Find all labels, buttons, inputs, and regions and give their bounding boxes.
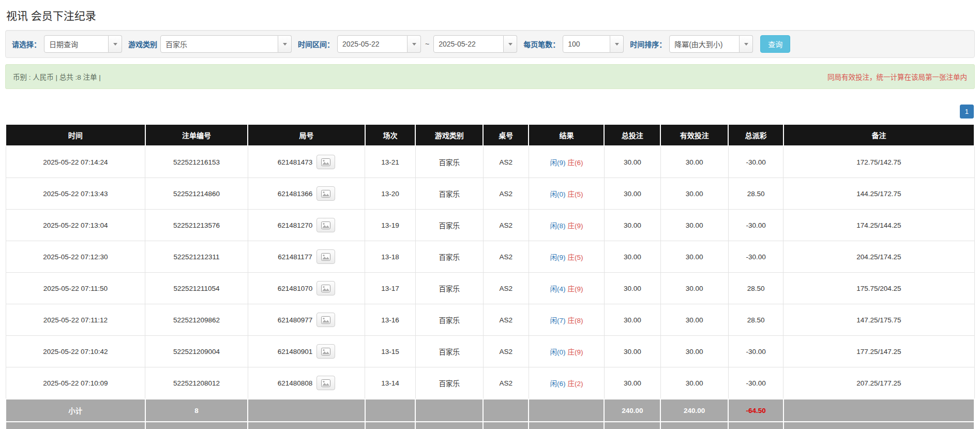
cell-bet-id: 522521209862	[145, 304, 248, 336]
cell-session: 13-14	[365, 367, 415, 400]
cell-session: 13-21	[365, 146, 415, 178]
summary-empty-cell	[248, 399, 365, 422]
column-header: 局号	[248, 124, 365, 146]
cell-valid-bet: 30.00	[660, 273, 728, 304]
round-image-button[interactable]	[316, 155, 335, 169]
date-from-dropdown-button[interactable]	[408, 35, 421, 53]
subtotal-row: 小计 8 240.00 240.00 -64.50	[6, 399, 974, 422]
summary-empty-cell	[529, 399, 604, 422]
pagination: 1	[6, 105, 974, 119]
cell-payout: -30.00	[728, 336, 783, 367]
round-image-button[interactable]	[316, 218, 335, 232]
cell-total-bet-link[interactable]: 30.00	[604, 146, 660, 178]
round-id: 621481177	[278, 253, 312, 261]
table-header-row: 时间注单编号局号场次游戏类别桌号结果总投注有效投注总派彩备注	[6, 124, 974, 146]
query-type-input[interactable]	[44, 35, 109, 53]
cell-total-bet-link[interactable]: 30.00	[604, 210, 660, 241]
grand-total-total-bet: 240.00	[604, 422, 660, 429]
column-header: 总投注	[604, 124, 660, 146]
query-type-label: 请选择：	[12, 39, 41, 49]
cell-time: 2025-05-22 07:11:12	[6, 304, 145, 336]
cell-total-bet-link[interactable]: 30.00	[604, 367, 660, 400]
table-row: 2025-05-22 07:10:09 522521208012 6214808…	[6, 367, 974, 400]
page-number-button[interactable]: 1	[960, 105, 974, 119]
cell-total-bet-link[interactable]: 30.00	[604, 304, 660, 336]
game-type-dropdown-button[interactable]	[278, 35, 292, 53]
round-image-button[interactable]	[316, 376, 335, 390]
cell-payout: -30.00	[728, 210, 783, 241]
cell-bet-id: 522521214860	[145, 178, 248, 210]
page: 视讯 会员下注纪录 请选择： 游戏类别 时间区间： ~ 每页笔数： 时间排序：	[0, 0, 980, 429]
cell-valid-bet: 30.00	[660, 304, 728, 336]
result-banker: 庄(9)	[567, 285, 583, 293]
column-header: 时间	[6, 124, 145, 146]
cell-table-no: AS2	[483, 336, 529, 367]
cell-game-type: 百家乐	[415, 178, 483, 210]
column-header: 场次	[365, 124, 415, 146]
date-to-dropdown-button[interactable]	[504, 35, 517, 53]
cell-total-bet-link[interactable]: 30.00	[604, 241, 660, 273]
grand-total-valid-bet: 240.00	[660, 422, 728, 429]
cell-session: 13-20	[365, 178, 415, 210]
cell-result: 闲(0)庄(5)	[529, 178, 604, 210]
summary-empty-cell	[529, 422, 604, 429]
table-row: 2025-05-22 07:13:04 522521213576 6214812…	[6, 210, 974, 241]
game-type-input[interactable]	[160, 35, 278, 53]
summary-empty-cell	[248, 422, 365, 429]
page-size-input[interactable]	[563, 35, 610, 53]
cell-note: 144.25/172.75	[783, 178, 974, 210]
round-image-button[interactable]	[316, 313, 335, 327]
cell-total-bet-link[interactable]: 30.00	[604, 178, 660, 210]
table-row: 2025-05-22 07:11:50 522521211054 6214810…	[6, 273, 974, 304]
cell-total-bet-link[interactable]: 30.00	[604, 336, 660, 367]
page-size-dropdown-button[interactable]	[610, 35, 624, 53]
result-player: 闲(9)	[550, 254, 565, 261]
cell-note: 174.25/144.25	[783, 210, 974, 241]
query-button[interactable]: 查询	[760, 35, 790, 53]
table-row: 2025-05-22 07:11:12 522521209862 6214809…	[6, 304, 974, 336]
cell-time: 2025-05-22 07:13:43	[6, 178, 145, 210]
cell-total-bet-link[interactable]: 30.00	[604, 273, 660, 304]
subtotal-payout: -64.50	[728, 399, 783, 422]
round-id: 621481473	[278, 158, 313, 166]
summary-empty-cell	[483, 399, 529, 422]
result-banker: 庄(2)	[567, 380, 583, 388]
game-type-combo	[160, 35, 292, 53]
cell-table-no: AS2	[483, 273, 529, 304]
time-sort-input[interactable]	[669, 35, 740, 53]
date-to-combo	[433, 35, 517, 53]
date-from-input[interactable]	[337, 35, 408, 53]
cell-table-no: AS2	[483, 367, 529, 400]
subtotal-total-bet: 240.00	[604, 399, 660, 422]
result-banker: 庄(6)	[567, 159, 583, 167]
cell-result: 闲(6)庄(2)	[529, 367, 604, 400]
result-banker: 庄(8)	[567, 317, 583, 324]
cell-session: 13-18	[365, 241, 415, 273]
result-player: 闲(6)	[550, 380, 565, 388]
time-sort-label: 时间排序：	[630, 39, 666, 49]
cell-valid-bet: 30.00	[660, 241, 728, 273]
chevron-down-icon	[283, 43, 287, 46]
cell-note: 204.25/174.25	[783, 241, 974, 273]
cell-note: 177.25/147.25	[783, 336, 974, 367]
result-player: 闲(0)	[550, 348, 565, 356]
cell-session: 13-17	[365, 273, 415, 304]
date-to-input[interactable]	[433, 35, 504, 53]
round-image-button[interactable]	[316, 249, 335, 264]
cell-round: 621480901	[248, 336, 365, 367]
time-sort-combo	[669, 35, 753, 53]
cell-game-type: 百家乐	[415, 367, 483, 400]
subtotal-valid-bet: 240.00	[660, 399, 728, 422]
time-sort-dropdown-button[interactable]	[740, 35, 753, 53]
round-image-button[interactable]	[316, 281, 335, 295]
picture-icon	[321, 253, 330, 261]
cell-session: 13-19	[365, 210, 415, 241]
round-image-button[interactable]	[316, 186, 335, 201]
query-type-dropdown-button[interactable]	[109, 35, 122, 53]
chevron-down-icon	[508, 43, 512, 46]
column-header: 游戏类别	[415, 124, 483, 146]
table-row: 2025-05-22 07:13:43 522521214860 6214813…	[6, 178, 974, 210]
cell-valid-bet: 30.00	[660, 178, 728, 210]
round-image-button[interactable]	[316, 344, 335, 359]
cell-note: 175.75/204.25	[783, 273, 974, 304]
